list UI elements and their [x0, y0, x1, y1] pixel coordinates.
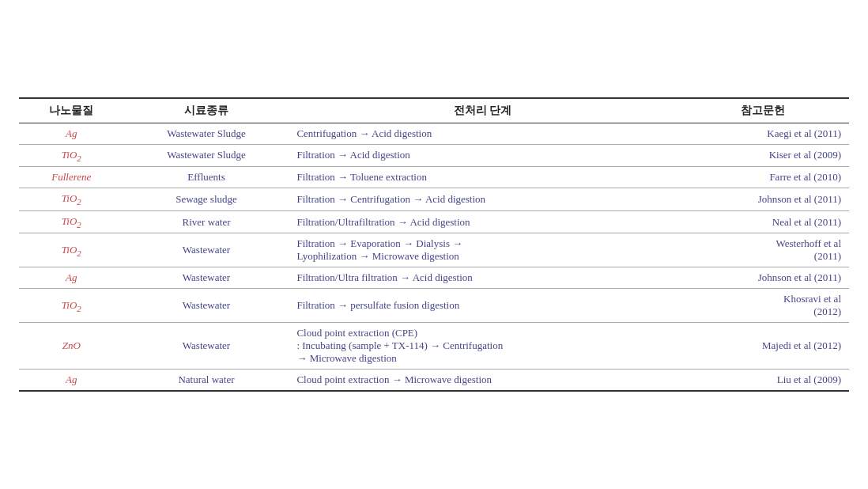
process-cell: Filtration → Evaporation → Dialysis →Lyo…	[289, 233, 676, 267]
process-cell: Filtration/Ultrafiltration → Acid digest…	[289, 210, 676, 233]
sample-cell: River water	[124, 210, 289, 233]
col-nano: 나노물질	[19, 98, 124, 123]
ref-cell: Kiser et al (2009)	[676, 144, 849, 167]
header-row: 나노물질 시료종류 전처리 단계 참고문헌	[19, 98, 849, 123]
nano-cell: Fullerene	[19, 167, 124, 188]
nano-cell: TiO2	[19, 233, 124, 267]
col-ref: 참고문헌	[676, 98, 849, 123]
table-wrapper: 나노물질 시료종류 전처리 단계 참고문헌 AgWastewater Sludg…	[19, 97, 849, 392]
table-row: TiO2River waterFiltration/Ultrafiltratio…	[19, 210, 849, 233]
nano-cell: TiO2	[19, 144, 124, 167]
nano-cell: Ag	[19, 123, 124, 144]
table-row: TiO2Sewage sludgeFiltration → Centrifuga…	[19, 188, 849, 211]
table-row: AgNatural waterCloud point extraction → …	[19, 370, 849, 392]
ref-cell: Neal et al (2011)	[676, 210, 849, 233]
process-cell: Filtration/Ultra filtration → Acid diges…	[289, 267, 676, 289]
table-row: TiO2WastewaterFiltration → Evaporation →…	[19, 233, 849, 267]
process-cell: Filtration → Centrifugation → Acid diges…	[289, 188, 676, 211]
table-row: FullereneEffluentsFiltration → Toluene e…	[19, 167, 849, 188]
process-cell: Cloud point extraction → Microwave diges…	[289, 370, 676, 392]
nano-cell: ZnO	[19, 323, 124, 370]
nano-cell: TiO2	[19, 188, 124, 211]
sample-cell: Wastewater Sludge	[124, 123, 289, 144]
ref-cell: Westerhoff et al(2011)	[676, 233, 849, 267]
sample-cell: Wastewater	[124, 323, 289, 370]
nano-cell: Ag	[19, 370, 124, 392]
sample-cell: Effluents	[124, 167, 289, 188]
data-table: 나노물질 시료종류 전처리 단계 참고문헌 AgWastewater Sludg…	[19, 97, 849, 392]
sample-cell: Natural water	[124, 370, 289, 392]
ref-cell: Khosravi et al(2012)	[676, 289, 849, 323]
table-row: ZnOWastewaterCloud point extraction (CPE…	[19, 323, 849, 370]
table-row: TiO2Wastewater SludgeFiltration → Acid d…	[19, 144, 849, 167]
nano-cell: TiO2	[19, 289, 124, 323]
sample-cell: Sewage sludge	[124, 188, 289, 211]
ref-cell: Liu et al (2009)	[676, 370, 849, 392]
process-cell: Filtration → persulfate fusion digestion	[289, 289, 676, 323]
table-row: AgWastewater SludgeCentrifugation → Acid…	[19, 123, 849, 144]
process-cell: Filtration → Acid digestion	[289, 144, 676, 167]
ref-cell: Johnson et al (2011)	[676, 267, 849, 289]
nano-cell: TiO2	[19, 210, 124, 233]
ref-cell: Johnson et al (2011)	[676, 188, 849, 211]
sample-cell: Wastewater	[124, 289, 289, 323]
process-cell: Cloud point extraction (CPE): Incubating…	[289, 323, 676, 370]
process-cell: Filtration → Toluene extraction	[289, 167, 676, 188]
process-cell: Centrifugation → Acid digestion	[289, 123, 676, 144]
nano-cell: Ag	[19, 267, 124, 289]
col-process: 전처리 단계	[289, 98, 676, 123]
sample-cell: Wastewater	[124, 267, 289, 289]
ref-cell: Kaegi et al (2011)	[676, 123, 849, 144]
table-row: AgWastewaterFiltration/Ultra filtration …	[19, 267, 849, 289]
ref-cell: Farre et al (2010)	[676, 167, 849, 188]
sample-cell: Wastewater Sludge	[124, 144, 289, 167]
table-row: TiO2WastewaterFiltration → persulfate fu…	[19, 289, 849, 323]
sample-cell: Wastewater	[124, 233, 289, 267]
col-sample: 시료종류	[124, 98, 289, 123]
ref-cell: Majedi et al (2012)	[676, 323, 849, 370]
